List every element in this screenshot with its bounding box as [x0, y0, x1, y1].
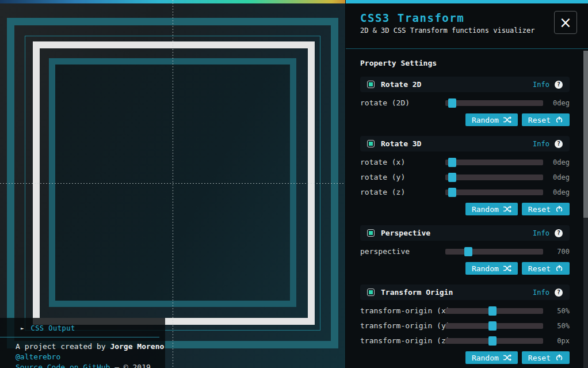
slider-thumb[interactable]	[488, 321, 497, 331]
info-link[interactable]: Info	[533, 140, 549, 148]
power-icon	[555, 354, 563, 361]
author-name: Jorge Moreno	[110, 342, 164, 351]
source-code-link[interactable]: Source Code on GitHub	[16, 363, 110, 368]
slider-track[interactable]	[445, 249, 543, 255]
panel-header: CSS3 Transform 2D & 3D CSS Transform fun…	[346, 3, 588, 49]
button-row: RandomReset	[360, 113, 570, 126]
question-icon[interactable]: ?	[555, 81, 563, 89]
info-link[interactable]: Info	[533, 289, 549, 297]
question-icon[interactable]: ?	[555, 289, 563, 297]
slider-row-rotate-2d-0: rotate (2D)0deg	[360, 98, 570, 107]
slider-row-perspective-0: perspective700	[360, 247, 570, 256]
checkbox-perspective[interactable]	[367, 229, 375, 237]
shuffle-icon	[503, 354, 511, 361]
css-output-toggle[interactable]: ► CSS Output	[0, 318, 165, 332]
shuffle-icon	[503, 265, 511, 272]
copyright-text: — © 2019	[110, 363, 150, 368]
panel-body: Property Settings Rotate 2DInfo?rotate (…	[346, 50, 584, 368]
crosshair-vertical-line	[173, 0, 173, 368]
slider-label: rotate (y)	[360, 173, 441, 181]
slider-value: 0px	[543, 337, 570, 345]
section-rotate-2d: Rotate 2DInfo?rotate (2D)0degRandomReset	[360, 77, 570, 126]
scrollbar-thumb[interactable]	[583, 51, 588, 218]
slider-track[interactable]	[445, 160, 543, 165]
shuffle-icon	[503, 116, 511, 123]
slider-thumb[interactable]	[488, 306, 497, 316]
slider-row-rotate-3d-2: rotate (z)0deg	[360, 188, 570, 196]
collapsed-arrow-icon: ►	[21, 326, 24, 331]
slider-label: perspective	[360, 247, 441, 256]
random-button[interactable]: Random	[465, 262, 518, 275]
random-button[interactable]: Random	[465, 203, 518, 215]
info-link[interactable]: Info	[533, 81, 549, 89]
checkbox-rotate-2d[interactable]	[367, 81, 375, 88]
slider-track[interactable]	[445, 323, 543, 329]
slider-thumb[interactable]	[488, 336, 497, 346]
random-button-label: Random	[472, 264, 499, 273]
panel-scrollbar[interactable]	[583, 51, 588, 368]
slider-track[interactable]	[445, 308, 543, 314]
checkbox-checked-icon	[369, 290, 373, 294]
slider-track[interactable]	[445, 338, 543, 344]
checkbox-checked-icon	[369, 142, 373, 146]
slider-thumb[interactable]	[448, 98, 456, 108]
sections-container: Rotate 2DInfo?rotate (2D)0degRandomReset…	[360, 77, 570, 364]
close-icon: ×	[559, 14, 572, 31]
random-button[interactable]: Random	[465, 113, 518, 126]
random-button-label: Random	[472, 116, 499, 124]
reset-button[interactable]: Reset	[522, 113, 570, 126]
checkbox-checked-icon	[369, 82, 373, 86]
section-header-rotate-2d: Rotate 2DInfo?	[360, 77, 570, 92]
slider-value: 0deg	[543, 99, 570, 107]
app-title: CSS3 Transform	[360, 12, 464, 24]
section-perspective: PerspectiveInfo?perspective700RandomRese…	[360, 225, 570, 275]
random-button-label: Random	[472, 354, 499, 362]
question-icon[interactable]: ?	[555, 140, 563, 148]
slider-thumb[interactable]	[448, 188, 456, 197]
reset-button-label: Reset	[528, 264, 551, 273]
close-button[interactable]: ×	[554, 11, 577, 34]
question-icon[interactable]: ?	[555, 229, 563, 237]
credit-line: A project created by Jorge Moreno @alter…	[0, 342, 165, 362]
reset-button-label: Reset	[528, 205, 551, 214]
author-handle-link[interactable]: @alterebro	[16, 352, 60, 361]
slider-label: rotate (2D)	[360, 98, 441, 107]
slider-track[interactable]	[445, 100, 543, 106]
reset-button[interactable]: Reset	[522, 203, 570, 215]
slider-row-transform-origin-1: transform-origin (y)50%	[360, 321, 570, 330]
button-row: RandomReset	[360, 351, 570, 364]
preview-canvas: ► CSS Output A project created by Jorge …	[0, 0, 345, 368]
slider-row-transform-origin-0: transform-origin (x)50%	[360, 306, 570, 315]
checkbox-rotate-3d[interactable]	[367, 140, 375, 147]
info-link[interactable]: Info	[533, 229, 549, 237]
slider-row-rotate-3d-1: rotate (y)0deg	[360, 173, 570, 181]
settings-heading: Property Settings	[360, 59, 570, 67]
slider-value: 50%	[543, 322, 570, 330]
css-output-panel: ► CSS Output A project created by Jorge …	[0, 318, 165, 368]
slider-label: transform-origin (x)	[360, 306, 441, 315]
slider-label: transform-origin (y)	[360, 321, 441, 330]
section-title: Transform Origin	[381, 288, 533, 297]
app-subtitle: 2D & 3D CSS Transform functions visualiz…	[360, 26, 534, 35]
credit-text: A project created by	[16, 342, 110, 351]
section-title: Rotate 3D	[381, 139, 533, 148]
slider-track[interactable]	[445, 189, 543, 195]
slider-row-rotate-3d-0: rotate (x)0deg	[360, 158, 570, 166]
reset-button-label: Reset	[528, 354, 551, 362]
reset-button[interactable]: Reset	[522, 351, 570, 364]
slider-value: 0deg	[543, 173, 570, 181]
slider-thumb[interactable]	[448, 173, 456, 182]
settings-panel: CSS3 Transform 2D & 3D CSS Transform fun…	[345, 0, 588, 368]
random-button[interactable]: Random	[465, 351, 518, 364]
slider-thumb[interactable]	[464, 247, 472, 256]
slider-track[interactable]	[445, 174, 543, 180]
checkbox-transform-origin[interactable]	[367, 289, 375, 296]
button-row: RandomReset	[360, 262, 570, 275]
slider-label: rotate (z)	[360, 188, 441, 196]
reset-button[interactable]: Reset	[522, 262, 570, 275]
power-icon	[555, 265, 563, 272]
slider-value: 0deg	[543, 188, 570, 196]
css-output-label: CSS Output	[30, 324, 75, 332]
section-header-transform-origin: Transform OriginInfo?	[360, 284, 570, 300]
slider-thumb[interactable]	[448, 158, 456, 167]
